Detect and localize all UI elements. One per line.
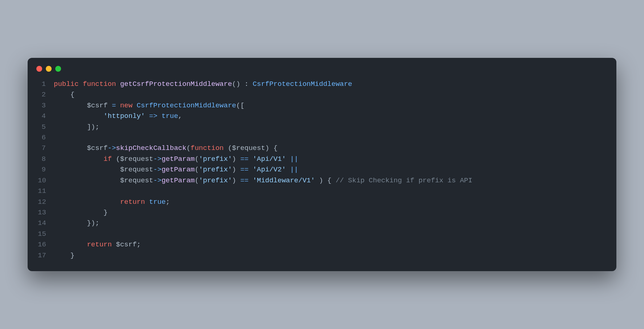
line-content: return $csrf;	[54, 239, 141, 250]
code-line: 11	[38, 186, 606, 197]
code-line: 14 });	[38, 218, 606, 229]
code-line: 12 return true;	[38, 197, 606, 207]
line-number: 14	[38, 218, 54, 229]
line-number: 8	[38, 154, 54, 164]
code-editor[interactable]: 1 public function getCsrfProtectionMiddl…	[28, 74, 616, 271]
minimize-icon[interactable]	[46, 66, 52, 72]
code-line: 6	[38, 132, 606, 143]
line-number: 17	[38, 250, 54, 261]
code-line: 8 if ($request->getParam('prefix') == 'A…	[38, 154, 606, 164]
code-line: 7 $csrf->skipCheckCallback(function ($re…	[38, 143, 606, 154]
line-content: if ($request->getParam('prefix') == 'Api…	[54, 154, 298, 164]
line-number: 6	[38, 132, 54, 143]
line-number: 9	[38, 164, 54, 175]
code-line: 2 {	[38, 90, 606, 100]
line-number: 7	[38, 143, 54, 154]
code-line: 15	[38, 229, 606, 239]
line-content: }	[54, 207, 108, 218]
code-line: 10 $request->getParam('prefix') == 'Midd…	[38, 175, 606, 186]
line-number: 1	[38, 79, 54, 90]
line-content: {	[54, 90, 75, 100]
line-content: }	[54, 250, 75, 261]
code-line: 17 }	[38, 250, 606, 261]
line-content: $request->getParam('prefix') == 'Middlew…	[54, 175, 472, 186]
code-line: 5 ]);	[38, 122, 606, 132]
line-number: 11	[38, 186, 54, 197]
line-number: 5	[38, 122, 54, 132]
titlebar	[28, 58, 616, 74]
line-number: 12	[38, 197, 54, 207]
line-number: 13	[38, 207, 54, 218]
line-content: $request->getParam('prefix') == 'Api/V2'…	[54, 164, 298, 175]
code-line: 3 $csrf = new CsrfProtectionMiddleware([	[38, 100, 606, 111]
line-number: 10	[38, 175, 54, 186]
code-line: 9 $request->getParam('prefix') == 'Api/V…	[38, 164, 606, 175]
line-content: public function getCsrfProtectionMiddlew…	[54, 79, 352, 90]
line-number: 2	[38, 90, 54, 100]
line-number: 3	[38, 100, 54, 111]
code-line: 1 public function getCsrfProtectionMiddl…	[38, 79, 606, 90]
code-line: 4 'httponly' => true,	[38, 111, 606, 122]
line-content: $csrf->skipCheckCallback(function ($requ…	[54, 143, 278, 154]
line-content: });	[54, 218, 99, 229]
line-number: 15	[38, 229, 54, 239]
code-line: 13 }	[38, 207, 606, 218]
line-content: 'httponly' => true,	[54, 111, 182, 122]
line-content: return true;	[54, 197, 170, 207]
line-content: $csrf = new CsrfProtectionMiddleware([	[54, 100, 245, 111]
line-content: ]);	[54, 122, 99, 132]
close-icon[interactable]	[36, 66, 42, 72]
line-number: 16	[38, 239, 54, 250]
zoom-icon[interactable]	[55, 66, 61, 72]
line-number: 4	[38, 111, 54, 122]
code-window: 1 public function getCsrfProtectionMiddl…	[28, 58, 616, 271]
code-line: 16 return $csrf;	[38, 239, 606, 250]
